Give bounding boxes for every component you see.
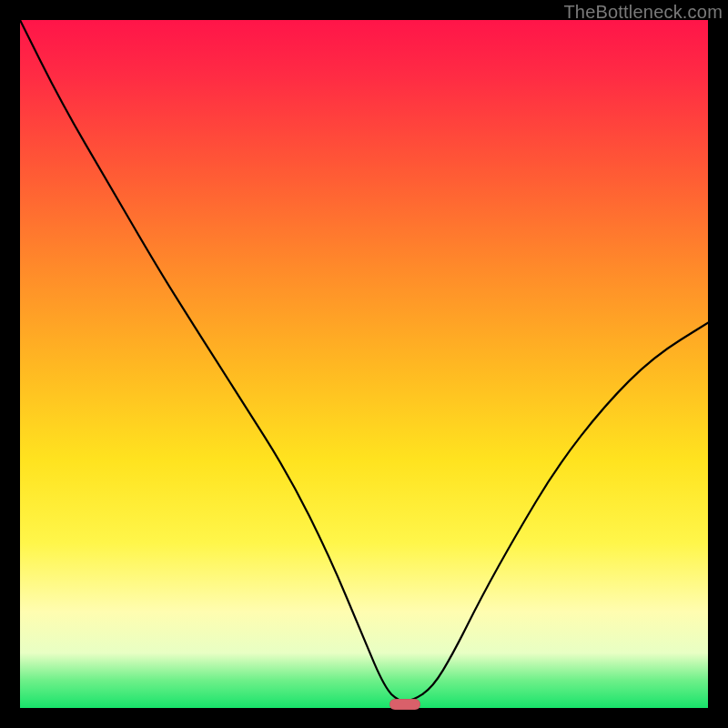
watermark-text: TheBottleneck.com <box>563 2 723 23</box>
bottleneck-curve <box>20 20 708 708</box>
chart-frame: TheBottleneck.com <box>0 0 728 728</box>
optimal-marker <box>389 699 420 710</box>
plot-area <box>20 20 708 708</box>
curve-path <box>20 20 708 701</box>
